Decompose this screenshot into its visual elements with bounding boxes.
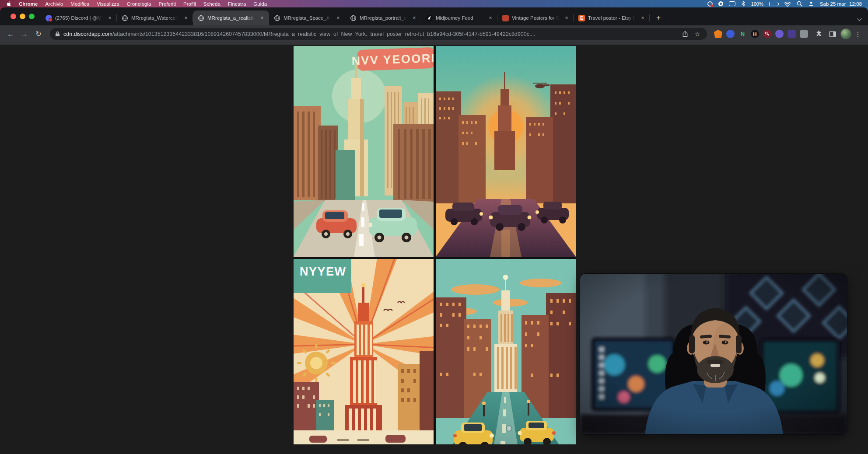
recording-status-icon[interactable] — [707, 1, 713, 7]
battery-percent: 100% — [751, 1, 763, 7]
chrome-window: (2765) Discord | @Midjou × MRregista_Wat… — [0, 7, 868, 454]
extension-grid-icon[interactable] — [800, 30, 808, 38]
tab-close-icon[interactable]: × — [487, 14, 494, 21]
webcam-overlay — [580, 274, 847, 434]
webcam-video — [580, 274, 847, 434]
tab-title: Travel poster - Etsy IT — [588, 15, 636, 21]
macos-screen: Chrome Archivio Modifica Visualizza Cron… — [0, 0, 868, 454]
menu-cronologia[interactable]: Cronologia — [127, 1, 151, 7]
menu-guida[interactable]: Guida — [253, 1, 267, 7]
url-text: cdn.discordapp.com/attachments/101351233… — [63, 31, 678, 37]
extensions-puzzle-button[interactable] — [812, 28, 825, 40]
midjourney-grid-image: NVV YEOORE — [294, 46, 576, 444]
new-tab-button[interactable]: + — [652, 12, 665, 24]
menu-scheda[interactable]: Scheda — [203, 1, 220, 7]
vintage-posters-favicon — [502, 15, 509, 21]
discord-favicon — [46, 15, 52, 21]
menu-visualizza[interactable]: Visualizza — [97, 1, 119, 7]
tab-title: MRregista_Watercolor_Pa — [131, 15, 179, 21]
chevron-down-icon — [857, 16, 862, 21]
bookmark-star-button[interactable]: ☆ — [692, 29, 703, 39]
menu-archivio[interactable]: Archivio — [45, 1, 63, 7]
tab-title: MRregista_Space_Advent — [284, 15, 332, 21]
side-panel-button[interactable] — [826, 28, 839, 40]
menu-profili[interactable]: Profili — [183, 1, 196, 7]
poster-title: NYYEW — [300, 265, 346, 278]
share-button[interactable] — [680, 29, 690, 39]
battery-icon[interactable] — [769, 2, 778, 6]
extension-stack-icon[interactable] — [788, 30, 796, 38]
address-bar[interactable]: cdn.discordapp.com/attachments/101351233… — [50, 28, 707, 40]
tab-etsy[interactable]: E Travel poster - Etsy IT × — [574, 10, 650, 25]
etsy-favicon: E — [578, 15, 585, 21]
lock-icon[interactable] — [55, 31, 60, 37]
tab-discord[interactable]: (2765) Discord | @Midjou × — [41, 10, 117, 25]
menu-modifica[interactable]: Modifica — [70, 1, 89, 7]
menubar-status-area: 100% Sab 25 mar12:08 — [707, 1, 862, 7]
tab-search-button[interactable] — [853, 17, 864, 21]
window-controls — [9, 7, 41, 25]
poster-bottom-left: NYYEW — [294, 259, 434, 444]
chrome-menu-button[interactable]: ⋮ — [853, 31, 863, 38]
extensions-area: N H — [711, 30, 811, 38]
zoom-window-button[interactable] — [29, 14, 35, 19]
midjourney-favicon — [426, 15, 433, 21]
back-button[interactable]: ← — [4, 28, 17, 40]
tab-close-icon[interactable]: × — [563, 14, 570, 21]
apple-menu-icon[interactable] — [6, 1, 12, 7]
menu-preferiti[interactable]: Preferiti — [158, 1, 176, 7]
profile-avatar[interactable] — [840, 28, 851, 39]
menubar-clock[interactable]: Sab 25 mar12:08 — [820, 1, 862, 7]
reload-button[interactable]: ↻ — [32, 28, 45, 40]
extension-black-h-icon[interactable]: H — [751, 30, 759, 38]
wifi-icon[interactable] — [784, 1, 791, 7]
tab-close-icon[interactable]: × — [106, 14, 113, 21]
close-window-button[interactable] — [10, 14, 16, 19]
minimize-window-button[interactable] — [20, 14, 25, 19]
tab-portrait[interactable]: MRregista_portrait_on_a_ × — [345, 10, 421, 25]
tab-watercolor[interactable]: MRregista_Watercolor_Pa × — [117, 10, 193, 25]
tab-close-icon[interactable]: × — [411, 14, 418, 21]
poster-top-right — [436, 46, 576, 257]
globe-favicon — [274, 15, 280, 21]
tab-close-icon[interactable]: × — [259, 14, 266, 21]
user-menu-icon[interactable] — [808, 1, 814, 7]
extension-metamask-icon[interactable] — [714, 30, 722, 38]
display-icon[interactable] — [729, 1, 735, 6]
page-content: NVV YEOORE — [0, 45, 868, 454]
menu-finestra[interactable]: Finestra — [228, 1, 246, 7]
tab-midjourney-feed[interactable]: Midjourney Feed × — [421, 10, 497, 25]
tab-title: MRregista_a_realistic_vie — [207, 15, 256, 21]
poster-bottom-right — [436, 259, 576, 444]
tab-close-icon[interactable]: × — [639, 14, 646, 21]
globe-favicon — [350, 15, 357, 21]
tab-title: (2765) Discord | @Midjou — [55, 15, 103, 21]
tab-strip: (2765) Discord | @Midjou × MRregista_Wat… — [0, 7, 868, 25]
svg-text:NVV YEOORE: NVV YEOORE — [351, 51, 434, 67]
tab-title: MRregista_portrait_on_a_ — [360, 15, 408, 21]
extension-green-n-icon[interactable]: N — [738, 30, 747, 38]
extension-blue-icon[interactable] — [726, 30, 735, 38]
bluetooth-icon[interactable] — [741, 1, 746, 7]
tab-close-icon[interactable]: × — [182, 14, 189, 21]
globe-favicon — [198, 15, 204, 21]
tab-space-adventure[interactable]: MRregista_Space_Advent × — [269, 10, 345, 25]
extension-purple-icon[interactable] — [775, 30, 784, 38]
tab-title: Vintage Posters for Sale | — [512, 15, 560, 21]
mouse-cursor — [507, 426, 511, 431]
tab-title: Midjourney Feed — [436, 15, 484, 21]
extension-key-icon[interactable] — [763, 30, 771, 38]
tab-close-icon[interactable]: × — [335, 14, 342, 21]
spotlight-search-icon[interactable] — [797, 1, 802, 7]
poster-banner: NVV YEOORE — [351, 47, 434, 71]
globe-favicon — [122, 15, 128, 21]
browser-toolbar: ← → ↻ cdn.discordapp.com/attachments/101… — [0, 25, 868, 42]
tab-vintage-posters[interactable]: Vintage Posters for Sale | × — [497, 10, 574, 25]
forward-button[interactable]: → — [18, 28, 31, 40]
menu-chrome[interactable]: Chrome — [19, 1, 38, 7]
tabs: (2765) Discord | @Midjou × MRregista_Wat… — [41, 7, 665, 25]
macos-menubar: Chrome Archivio Modifica Visualizza Cron… — [0, 0, 868, 7]
app-ring-icon[interactable] — [718, 1, 723, 6]
tab-realistic-view-active[interactable]: MRregista_a_realistic_vie × — [193, 10, 269, 25]
poster-top-left: NVV YEOORE — [294, 46, 434, 257]
